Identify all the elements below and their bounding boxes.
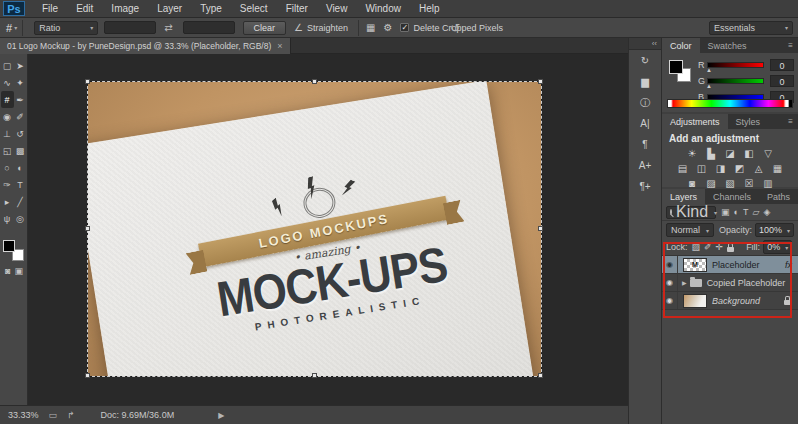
quick-selection-tool[interactable]: ✦ [14,74,27,91]
layer-effects-badge[interactable]: fx [785,260,792,270]
filter-type-layers-icon[interactable]: T [743,207,749,217]
tab-layers[interactable]: Layers [662,189,705,204]
active-tool-indicator[interactable]: # ▾ [6,22,17,34]
path-selection-tool[interactable]: ▸ [1,193,14,210]
crop-handle[interactable] [312,373,317,378]
rectangular-marquee-tool[interactable]: ▢ [1,57,14,74]
lock-transparency-icon[interactable]: ▨ [692,242,701,252]
spot-healing-brush-tool[interactable]: ◉ [1,108,14,125]
layer-name[interactable]: Placeholder [712,260,785,270]
blend-mode-select[interactable]: Normal ▾ [666,223,714,237]
crop-handle[interactable] [538,226,543,231]
green-value[interactable]: 0 [770,75,794,87]
slider-thumb-icon[interactable]: ▲ [706,83,712,89]
move-tool[interactable]: ➤ [14,57,27,74]
character-panel-icon[interactable]: A| [632,113,658,134]
crop-handle[interactable] [85,79,90,84]
blur-tool[interactable]: ○ [1,159,14,176]
delete-cropped-pixels-checkbox[interactable]: ✓ [400,23,409,32]
red-slider[interactable]: ▲ [707,62,764,68]
layer-row-placeholder[interactable]: ◉ M Placeholder fx [662,256,798,274]
expand-panels-icon[interactable]: ‹‹ [629,38,661,50]
layer-filter-kind-select[interactable]: Kind ▾ [666,206,716,219]
menu-item-type[interactable]: Type [191,3,231,14]
crop-handle[interactable] [85,373,90,378]
foreground-background-swatches[interactable] [3,240,24,261]
layer-thumbnail[interactable]: M [683,258,707,272]
layer-name[interactable]: Copied Placeholder [707,278,798,288]
group-expander-icon[interactable]: ▶ [682,279,687,286]
document-tab[interactable]: 01 Logo Mockup - by PuneDesign.psd @ 33.… [0,38,291,54]
black-white-icon[interactable]: ◨ [713,162,729,175]
visibility-cell[interactable]: ◉ [662,256,678,273]
histogram-panel-icon[interactable]: ▆ [632,71,658,92]
channel-mixer-icon[interactable]: ◬ [751,162,767,175]
clear-button[interactable]: Clear [243,21,287,35]
filter-pixel-layers-icon[interactable]: ▣ [721,207,730,217]
tab-swatches[interactable]: Swatches [700,38,755,53]
levels-icon[interactable]: ▙ [703,147,719,160]
document-sizes[interactable]: Doc: 9.69M/36.0M [101,410,175,420]
quick-mask-icon[interactable]: ◙ [5,266,10,276]
layer-thumbnail[interactable] [683,294,707,308]
tab-channels[interactable]: Channels [705,189,759,204]
crop-handle[interactable] [538,79,543,84]
menu-item-image[interactable]: Image [102,3,148,14]
lock-all-icon[interactable] [727,243,734,252]
tab-styles[interactable]: Styles [728,114,769,129]
crop-settings-gear-icon[interactable]: ⚙ [384,22,393,33]
filter-smart-objects-icon[interactable]: ◈ [763,207,770,217]
opacity-value[interactable]: 100% ▾ [755,223,794,237]
menu-item-layer[interactable]: Layer [148,3,191,14]
tab-adjustments[interactable]: Adjustments [662,114,728,129]
lock-paint-icon[interactable]: ✐ [704,242,712,252]
fill-value[interactable]: 0% ▾ [763,240,792,254]
crop-handle[interactable] [538,373,543,378]
crop-aspect-select[interactable]: Ratio ▾ [34,21,98,35]
character-styles-panel-icon[interactable]: A+ [632,155,658,176]
straighten-icon[interactable]: ∠ [294,22,303,33]
clone-stamp-tool[interactable]: ⊥ [1,125,14,142]
dodge-tool[interactable]: ◐ [14,159,27,176]
paragraph-panel-icon[interactable]: ¶ [632,134,658,155]
slider-thumb-icon[interactable]: ▲ [706,67,712,73]
color-spectrum-ramp[interactable] [667,99,793,108]
zoom-tool[interactable]: ◎ [14,210,27,227]
paragraph-styles-panel-icon[interactable]: ¶+ [632,176,658,197]
color-balance-icon[interactable]: ◫ [694,162,710,175]
crop-handle[interactable] [312,79,317,84]
reset-crop-icon[interactable]: ↺ [450,21,460,35]
green-slider[interactable]: ▲ [707,78,764,84]
crop-handle[interactable] [85,226,90,231]
visibility-cell[interactable]: ◉ [662,292,678,309]
photo-filter-icon[interactable]: ◩ [732,162,748,175]
crop-height-input[interactable] [183,21,235,34]
tab-paths[interactable]: Paths [759,189,798,204]
gradient-tool[interactable]: ▩ [14,142,27,159]
crop-tool[interactable]: # [1,91,14,108]
menu-item-view[interactable]: View [317,3,357,14]
filter-adjustment-layers-icon[interactable]: ◐ [734,207,739,217]
crop-width-input[interactable] [104,21,156,34]
type-tool[interactable]: T [14,176,27,193]
straighten-label[interactable]: Straighten [307,23,348,33]
red-value[interactable]: 0 [770,59,794,71]
lock-position-icon[interactable]: ✛ [716,242,724,252]
exposure-icon[interactable]: ◧ [741,147,757,160]
tab-color[interactable]: Color [662,38,700,53]
zoom-level[interactable]: 33.33% [8,410,39,420]
workspace-select[interactable]: Essentials ▾ [709,21,793,35]
curves-icon[interactable]: ◪ [722,147,738,160]
brush-tool[interactable]: ✐ [14,108,27,125]
menu-item-filter[interactable]: Filter [277,3,317,14]
line-tool[interactable]: ╱ [14,193,27,210]
foreground-color-swatch[interactable] [3,240,15,252]
panel-menu-icon[interactable]: ≡ [788,38,798,53]
close-icon[interactable]: × [277,41,282,51]
filter-shape-layers-icon[interactable]: ▱ [752,207,759,217]
eyedropper-tool[interactable]: ✒ [14,91,27,108]
hue-saturation-icon[interactable]: ▤ [675,162,691,175]
layer-row-background[interactable]: ◉ Background [662,292,798,310]
menu-item-file[interactable]: File [33,3,67,14]
info-panel-icon[interactable]: ⓘ [632,92,658,113]
